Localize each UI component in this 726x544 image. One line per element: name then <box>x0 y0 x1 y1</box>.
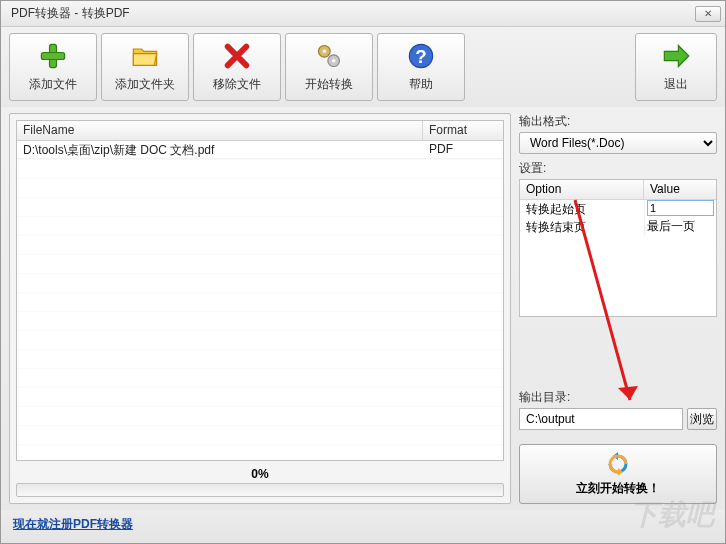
toolbar-spacer <box>469 33 627 101</box>
app-window: PDF转换器 - 转换PDF ✕ 添加文件 添加文件夹 移除文件 开始转换 ? … <box>0 0 726 544</box>
gears-icon <box>315 42 343 70</box>
output-format-select[interactable]: Word Files(*.Doc) <box>519 132 717 154</box>
exit-arrow-icon <box>662 42 690 70</box>
svg-point-3 <box>323 49 327 53</box>
cell-value <box>644 200 716 218</box>
cell-value: 最后一页 <box>644 218 716 236</box>
footer: 现在就注册PDF转换器 <box>1 510 725 543</box>
toolbar: 添加文件 添加文件夹 移除文件 开始转换 ? 帮助 退出 <box>1 27 725 107</box>
settings-row[interactable]: 转换起始页 <box>520 200 716 218</box>
output-dir-section: 输出目录: 浏览 <box>519 389 717 430</box>
settings-label: 设置: <box>519 160 717 177</box>
add-folder-label: 添加文件夹 <box>115 76 175 93</box>
settings-header: Option Value <box>520 180 716 200</box>
svg-point-5 <box>332 58 336 62</box>
help-button[interactable]: ? 帮助 <box>377 33 465 101</box>
output-dir-label: 输出目录: <box>519 389 717 406</box>
start-page-input[interactable] <box>647 200 714 216</box>
cell-format: PDF <box>423 141 503 158</box>
browse-button[interactable]: 浏览 <box>687 408 717 430</box>
convert-now-button[interactable]: 立刻开始转换！ <box>519 444 717 504</box>
close-icon: ✕ <box>704 8 712 19</box>
remove-file-label: 移除文件 <box>213 76 261 93</box>
titlebar: PDF转换器 - 转换PDF ✕ <box>1 1 725 27</box>
progress-section: 0% <box>16 467 504 497</box>
svg-text:?: ? <box>415 46 426 67</box>
settings-row[interactable]: 转换结束页 最后一页 <box>520 218 716 236</box>
exit-label: 退出 <box>664 76 688 93</box>
file-table-body: D:\tools\桌面\zip\新建 DOC 文档.pdf PDF <box>17 141 503 460</box>
col-option[interactable]: Option <box>520 180 644 199</box>
add-file-label: 添加文件 <box>29 76 77 93</box>
table-row[interactable]: D:\tools\桌面\zip\新建 DOC 文档.pdf PDF <box>17 141 503 159</box>
file-table: FileName Format D:\tools\桌面\zip\新建 DOC 文… <box>16 120 504 461</box>
output-format-section: 输出格式: Word Files(*.Doc) <box>519 113 717 154</box>
start-convert-label: 开始转换 <box>305 76 353 93</box>
remove-file-button[interactable]: 移除文件 <box>193 33 281 101</box>
col-value[interactable]: Value <box>644 180 716 199</box>
col-format[interactable]: Format <box>423 121 503 140</box>
output-dir-row: 浏览 <box>519 408 717 430</box>
cell-option: 转换起始页 <box>520 200 644 218</box>
right-panel: 输出格式: Word Files(*.Doc) 设置: Option Value… <box>519 113 717 504</box>
col-filename[interactable]: FileName <box>17 121 423 140</box>
progress-bar <box>16 483 504 497</box>
add-folder-button[interactable]: 添加文件夹 <box>101 33 189 101</box>
settings-body: 转换起始页 转换结束页 最后一页 <box>520 200 716 316</box>
remove-icon <box>223 42 251 70</box>
svg-rect-1 <box>41 52 64 59</box>
settings-table: Option Value 转换起始页 转换结束页 最后一页 <box>519 179 717 317</box>
add-file-button[interactable]: 添加文件 <box>9 33 97 101</box>
cell-option: 转换结束页 <box>520 218 644 236</box>
row-stripes <box>17 141 503 460</box>
exit-button[interactable]: 退出 <box>635 33 717 101</box>
register-link[interactable]: 现在就注册PDF转换器 <box>13 517 133 531</box>
output-format-label: 输出格式: <box>519 113 717 130</box>
help-label: 帮助 <box>409 76 433 93</box>
settings-section: 设置: Option Value 转换起始页 <box>519 160 717 317</box>
convert-now-label: 立刻开始转换！ <box>576 480 660 497</box>
cell-filename: D:\tools\桌面\zip\新建 DOC 文档.pdf <box>17 141 423 158</box>
window-title: PDF转换器 - 转换PDF <box>11 5 130 22</box>
start-convert-button[interactable]: 开始转换 <box>285 33 373 101</box>
folder-icon <box>131 42 159 70</box>
progress-percent: 0% <box>251 467 268 481</box>
plus-icon <box>39 42 67 70</box>
help-icon: ? <box>407 42 435 70</box>
refresh-icon <box>606 452 630 476</box>
file-table-header: FileName Format <box>17 121 503 141</box>
close-button[interactable]: ✕ <box>695 6 721 22</box>
left-panel: FileName Format D:\tools\桌面\zip\新建 DOC 文… <box>9 113 511 504</box>
output-dir-input[interactable] <box>519 408 683 430</box>
main-area: FileName Format D:\tools\桌面\zip\新建 DOC 文… <box>1 107 725 510</box>
